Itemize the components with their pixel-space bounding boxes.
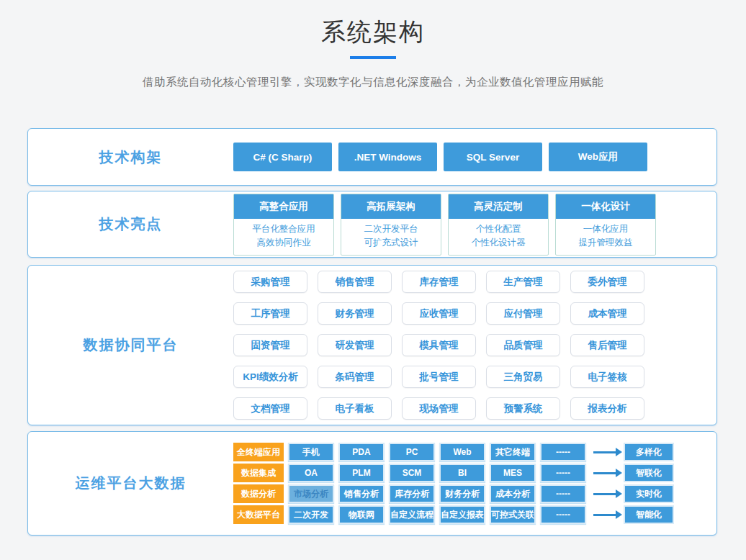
ops-item-button[interactable]: 财务分析 (439, 484, 485, 503)
ops-item-button[interactable]: ----- (540, 484, 586, 503)
ops-row: 数据集成OAPLMSCMBIMES-----智联化 (233, 464, 674, 482)
module-button[interactable]: 生产管理 (486, 271, 560, 293)
module-button[interactable]: 工序管理 (233, 302, 307, 325)
section-tech-framework: 技术构架 C# (C Sharp).NET WindowsSQL ServerW… (27, 128, 717, 186)
module-button[interactable]: 条码管理 (318, 366, 392, 388)
module-button[interactable]: 报表分析 (570, 397, 644, 420)
section-label-data-platform: 数据协同平台 (28, 266, 233, 425)
highlight-card-line: 高效协同作业 (234, 236, 333, 250)
ops-item-button[interactable]: Web (439, 443, 485, 461)
ops-category-label: 大数据平台 (233, 505, 284, 524)
module-button[interactable]: 电子签核 (570, 366, 644, 388)
section-label-tech-highlights: 技术亮点 (28, 191, 233, 257)
section-label-ops-platform: 运维平台大数据 (28, 432, 233, 535)
module-button[interactable]: 品质管理 (486, 334, 560, 356)
page-header: 系统架构 借助系统自动化核心管理引擎，实现数字化与信息化深度融合，为企业数值化管… (0, 0, 746, 90)
arrow-right-icon (593, 493, 616, 495)
ops-item-button[interactable]: PLM (338, 464, 385, 482)
highlight-card-title: 高灵活定制 (449, 194, 548, 219)
module-button[interactable]: 现场管理 (402, 397, 476, 420)
module-button[interactable]: 委外管理 (570, 271, 644, 293)
tech-framework-buttons: C# (C Sharp).NET WindowsSQL ServerWeb应用 (233, 129, 647, 185)
highlight-card-line: 一体化应用 (556, 222, 655, 236)
module-button[interactable]: KPI绩效分析 (233, 366, 307, 388)
ops-item-button[interactable]: ----- (540, 443, 586, 461)
tech-framework-button[interactable]: C# (C Sharp) (233, 143, 332, 171)
ops-item-button[interactable]: BI (439, 464, 485, 482)
page-title: 系统架构 (0, 0, 746, 46)
ops-item-button[interactable]: PC (389, 443, 435, 461)
highlight-card: 高灵活定制个性化配置个性化设计器 (448, 194, 549, 256)
page: 系统架构 借助系统自动化核心管理引擎，实现数字化与信息化深度融合，为企业数值化管… (0, 0, 746, 90)
highlight-card-body: 一体化应用提升管理效益 (556, 219, 655, 255)
ops-item-button[interactable]: 成本分析 (490, 484, 536, 503)
highlight-card-line: 提升管理效益 (556, 236, 655, 250)
tech-framework-button[interactable]: Web应用 (549, 143, 647, 171)
ops-item-button[interactable]: 市场分析 (288, 484, 334, 503)
arrow-right-icon (593, 514, 616, 516)
ops-item-button[interactable]: 库存分析 (389, 484, 435, 503)
module-button[interactable]: 应付管理 (486, 302, 560, 325)
module-button[interactable]: 成本管理 (570, 302, 644, 325)
ops-row: 大数据平台二次开发物联网自定义流程自定义报表可控式关联-----智能化 (233, 505, 674, 524)
highlight-card-body: 二次开发平台可扩充式设计 (341, 219, 441, 255)
highlight-card-title: 一体化设计 (556, 194, 655, 219)
ops-result-button[interactable]: 智能化 (624, 505, 674, 524)
module-button[interactable]: 采购管理 (233, 271, 307, 293)
highlight-card: 高整合应用平台化整合应用高效协同作业 (233, 194, 334, 256)
module-button[interactable]: 研发管理 (318, 334, 392, 356)
ops-result-button[interactable]: 智联化 (624, 464, 674, 482)
ops-item-button[interactable]: 手机 (288, 443, 334, 461)
highlight-card-line: 二次开发平台 (341, 222, 441, 236)
ops-item-button[interactable]: 物联网 (338, 505, 385, 524)
section-label-tech-framework: 技术构架 (28, 129, 233, 185)
ops-result-button[interactable]: 多样化 (624, 443, 674, 461)
module-button[interactable]: 固资管理 (233, 334, 307, 356)
highlight-card-body: 个性化配置个性化设计器 (449, 219, 548, 255)
ops-item-button[interactable]: 其它终端 (490, 443, 536, 461)
data-platform-modules: 采购管理销售管理库存管理生产管理委外管理工序管理财务管理应收管理应付管理成本管理… (233, 266, 644, 425)
highlight-card: 一体化设计一体化应用提升管理效益 (555, 194, 656, 256)
tech-framework-button[interactable]: SQL Server (444, 143, 542, 171)
module-button[interactable]: 应收管理 (402, 302, 476, 325)
module-button[interactable]: 文档管理 (233, 397, 307, 420)
module-button[interactable]: 批号管理 (402, 366, 476, 388)
module-button[interactable]: 模具管理 (402, 334, 476, 356)
ops-item-button[interactable]: PDA (338, 443, 385, 461)
arrow-right-icon (593, 451, 616, 453)
module-button[interactable]: 三角贸易 (486, 366, 560, 388)
ops-item-button[interactable]: MES (490, 464, 536, 482)
section-tech-highlights: 技术亮点 高整合应用平台化整合应用高效协同作业高拓展架构二次开发平台可扩充式设计… (27, 191, 717, 258)
highlight-card-body: 平台化整合应用高效协同作业 (234, 219, 333, 255)
arrow-right-icon (593, 472, 616, 474)
module-button[interactable]: 预警系统 (486, 397, 560, 420)
ops-item-button[interactable]: ----- (540, 505, 586, 524)
module-button[interactable]: 销售管理 (318, 271, 392, 293)
ops-item-button[interactable]: 可控式关联 (490, 505, 536, 524)
page-subtitle: 借助系统自动化核心管理引擎，实现数字化与信息化深度融合，为企业数值化管理应用赋能 (0, 75, 746, 90)
ops-category-label: 数据集成 (233, 464, 284, 482)
module-button[interactable]: 库存管理 (402, 271, 476, 293)
module-button[interactable]: 电子看板 (318, 397, 392, 420)
ops-item-button[interactable]: 二次开发 (288, 505, 334, 524)
tech-highlight-cards: 高整合应用平台化整合应用高效协同作业高拓展架构二次开发平台可扩充式设计高灵活定制… (233, 191, 656, 257)
highlight-card-line: 平台化整合应用 (234, 222, 333, 236)
ops-item-button[interactable]: OA (288, 464, 334, 482)
ops-platform-rows: 全终端应用手机PDAPCWeb其它终端-----多样化数据集成OAPLMSCMB… (233, 432, 674, 535)
module-button[interactable]: 财务管理 (318, 302, 392, 325)
highlight-card-line: 个性化配置 (449, 222, 548, 236)
ops-item-button[interactable]: 自定义流程 (389, 505, 435, 524)
ops-row: 全终端应用手机PDAPCWeb其它终端-----多样化 (233, 443, 674, 461)
ops-item-button[interactable]: 自定义报表 (439, 505, 485, 524)
highlight-card-line: 可扩充式设计 (341, 236, 441, 250)
highlight-card: 高拓展架构二次开发平台可扩充式设计 (341, 194, 441, 256)
section-ops-platform: 运维平台大数据 全终端应用手机PDAPCWeb其它终端-----多样化数据集成O… (27, 431, 717, 536)
ops-item-button[interactable]: SCM (389, 464, 435, 482)
ops-category-label: 数据分析 (233, 484, 284, 503)
ops-item-button[interactable]: 销售分析 (338, 484, 385, 503)
module-button[interactable]: 售后管理 (570, 334, 644, 356)
ops-item-button[interactable]: ----- (540, 464, 586, 482)
tech-framework-button[interactable]: .NET Windows (338, 143, 437, 171)
highlight-card-line: 个性化设计器 (449, 236, 548, 250)
ops-result-button[interactable]: 实时化 (624, 484, 674, 503)
